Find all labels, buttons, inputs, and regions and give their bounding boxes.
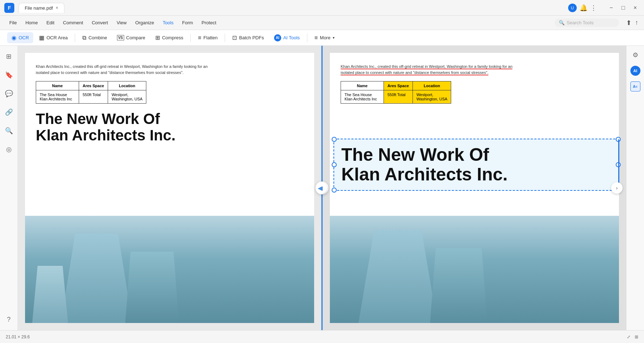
pdf-table-left: Name Ares Space Location The Sea House K… bbox=[36, 81, 146, 104]
close-button[interactable]: × bbox=[631, 3, 640, 13]
menu-protect[interactable]: Protect bbox=[198, 19, 220, 27]
maximize-button[interactable]: □ bbox=[619, 3, 628, 13]
building-shape-3 bbox=[32, 266, 68, 323]
sidebar-comment-icon[interactable]: 💬 bbox=[3, 87, 15, 100]
pdf-table-right: Name Ares Space Location The Sea House K… bbox=[341, 81, 451, 104]
collapse-icon[interactable]: ↑ bbox=[635, 19, 638, 27]
combine-icon: ⧉ bbox=[82, 35, 86, 41]
selected-text-box[interactable]: The New Work Of Klan Architects Inc. bbox=[333, 139, 619, 191]
expand-icon[interactable]: ⊞ bbox=[635, 334, 638, 339]
pdf-body-text-right: Khan Architects Inc., created this off-g… bbox=[341, 64, 519, 75]
app-icon: F bbox=[4, 3, 14, 13]
combine-button[interactable]: ⧉ Combine bbox=[78, 33, 111, 43]
building-shape-1 bbox=[61, 234, 132, 323]
pdf-panel-left: Khan Architects Inc., created this off-g… bbox=[18, 46, 321, 330]
compress-label: Compress bbox=[162, 35, 183, 40]
menu-organize[interactable]: Organize bbox=[132, 19, 158, 27]
building-shape-2 bbox=[125, 252, 179, 323]
table-header-location-left: Location bbox=[108, 81, 146, 90]
status-bar: 21.01 × 29.6 ⤢ ⊞ bbox=[0, 330, 644, 343]
upload-icon[interactable]: ⬆ bbox=[626, 19, 631, 27]
pdf-heading-line2-left: Klan Architects Inc. bbox=[36, 127, 176, 144]
batch-pdfs-button[interactable]: ⊡ Batch PDFs bbox=[228, 32, 268, 43]
ai-tools-button[interactable]: AI AI Tools bbox=[270, 32, 304, 44]
sidebar-link-icon[interactable]: 🔗 bbox=[3, 106, 15, 119]
left-sidebar: ⊞ 🔖 💬 🔗 🔍 ◎ ? bbox=[0, 46, 18, 330]
sidebar-help-icon[interactable]: ? bbox=[3, 313, 15, 326]
menu-bar: File Home Edit Comment Convert View Orga… bbox=[0, 16, 644, 30]
tab-filename: File name.pdf bbox=[25, 5, 53, 11]
batch-pdfs-icon: ⊡ bbox=[232, 34, 237, 41]
tab-close-button[interactable]: × bbox=[56, 5, 58, 10]
table-header-ares-left: Ares Space bbox=[79, 81, 108, 90]
ocr-button[interactable]: ◉ OCR bbox=[7, 32, 33, 43]
user-avatar[interactable]: U bbox=[568, 4, 577, 12]
table-row: The Sea House Klan Architects Inc 550ft … bbox=[341, 90, 451, 104]
compare-icon: VS bbox=[117, 35, 124, 40]
table-cell-location-right: Westport,Washington, USA bbox=[413, 90, 451, 104]
title-bar-right: U 🔔 ⋮ − □ × bbox=[568, 3, 640, 13]
menu-file[interactable]: File bbox=[6, 19, 20, 27]
right-sidebar-ocr-badge[interactable]: A≡ bbox=[630, 81, 640, 91]
pdf-page-left: Khan Architects Inc., created this off-g… bbox=[25, 53, 314, 323]
search-icon: 🔍 bbox=[559, 20, 565, 25]
sidebar-layers-icon[interactable]: ◎ bbox=[3, 143, 15, 156]
right-sidebar-ai-badge[interactable]: AI bbox=[630, 66, 640, 76]
selection-handle-tl[interactable] bbox=[332, 137, 337, 142]
selected-heading-line1: The New Work Of bbox=[341, 145, 489, 165]
compress-icon: ⊞ bbox=[155, 34, 160, 41]
ocr-area-icon: ▦ bbox=[39, 34, 44, 41]
compress-button[interactable]: ⊞ Compress bbox=[151, 32, 187, 43]
notification-bell-icon[interactable]: 🔔 bbox=[580, 4, 587, 12]
search-tools-input[interactable]: 🔍 Search Tools bbox=[555, 19, 619, 27]
selected-heading-text: The New Work Of Klan Architects Inc. bbox=[341, 145, 611, 184]
active-tab[interactable]: File name.pdf × bbox=[19, 3, 64, 13]
status-bar-right: ⤢ ⊞ bbox=[627, 334, 638, 339]
search-tools-placeholder: Search Tools bbox=[567, 20, 594, 25]
ocr-area-button[interactable]: ▦ OCR Area bbox=[35, 32, 72, 43]
combine-label: Combine bbox=[88, 35, 107, 40]
sidebar-pages-icon[interactable]: ⊞ bbox=[3, 50, 15, 63]
compare-button[interactable]: VS Compare bbox=[113, 33, 150, 43]
toolbar-separator-2 bbox=[190, 34, 191, 42]
flatten-label: Flatten bbox=[204, 35, 218, 40]
flatten-button[interactable]: ≡ Flatten bbox=[194, 33, 222, 43]
toolbar-separator-3 bbox=[225, 34, 225, 42]
menu-form[interactable]: Form bbox=[179, 19, 196, 27]
menu-home[interactable]: Home bbox=[22, 19, 42, 27]
nav-arrow-right[interactable]: › bbox=[611, 182, 623, 194]
compare-label: Compare bbox=[126, 35, 145, 40]
menu-edit[interactable]: Edit bbox=[43, 19, 58, 27]
title-bar: F File name.pdf × U 🔔 ⋮ − □ × bbox=[0, 0, 644, 16]
selection-handle-ml[interactable] bbox=[332, 162, 337, 167]
ocr-highlighted-text: Khan Architects Inc., created this off-g… bbox=[341, 64, 512, 75]
sidebar-search-icon[interactable]: 🔍 bbox=[3, 124, 15, 137]
more-options-icon[interactable]: ⋮ bbox=[590, 4, 597, 12]
zoom-icon[interactable]: ⤢ bbox=[627, 334, 630, 339]
more-button[interactable]: ≡ More ▾ bbox=[310, 33, 339, 43]
selection-handle-bl[interactable] bbox=[332, 188, 337, 193]
sidebar-bookmark-icon[interactable]: 🔖 bbox=[3, 69, 15, 81]
more-icon: ≡ bbox=[314, 35, 318, 41]
flatten-icon: ≡ bbox=[198, 35, 201, 41]
ocr-icon: ◉ bbox=[11, 34, 16, 41]
more-label: More bbox=[320, 35, 331, 40]
table-header-name-left: Name bbox=[36, 81, 79, 90]
building-image-right bbox=[330, 216, 619, 323]
table-cell-name-right: The Sea House Klan Architects Inc bbox=[341, 90, 384, 104]
menu-bar-right: 🔍 Search Tools ⬆ ↑ bbox=[555, 19, 638, 27]
table-cell-name-left: The Sea House Klan Architects Inc bbox=[36, 90, 79, 104]
table-header-ares-right: Ares Space bbox=[384, 81, 413, 90]
pdf-body-text-left: Khan Architects Inc., created this off-g… bbox=[36, 64, 215, 75]
toolbar-separator-1 bbox=[75, 34, 75, 42]
right-sidebar-settings-icon[interactable]: ⚙ bbox=[630, 50, 640, 60]
menu-tools[interactable]: Tools bbox=[159, 19, 177, 27]
menu-view[interactable]: View bbox=[113, 19, 130, 27]
ai-tools-icon: AI bbox=[274, 34, 281, 41]
minimize-button[interactable]: − bbox=[607, 3, 616, 13]
tab-area: File name.pdf × bbox=[19, 3, 564, 13]
document-coordinates: 21.01 × 29.6 bbox=[6, 334, 30, 339]
selected-heading-line2: Klan Architects Inc. bbox=[341, 164, 508, 184]
menu-comment[interactable]: Comment bbox=[59, 19, 87, 27]
menu-convert[interactable]: Convert bbox=[88, 19, 112, 27]
